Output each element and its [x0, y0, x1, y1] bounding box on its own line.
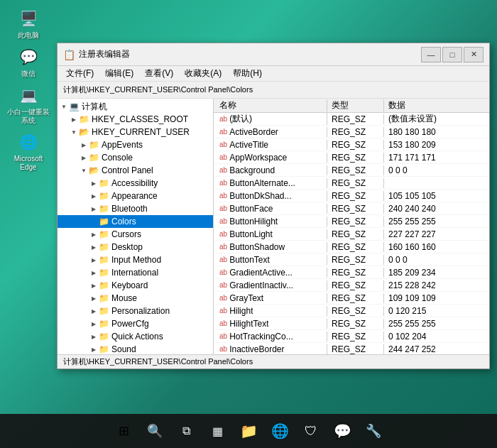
- taskbar-wechat[interactable]: 💬: [328, 417, 356, 445]
- expand-icon: ▶: [89, 255, 99, 265]
- tree-item-accessibility[interactable]: ▶ 📁 Accessibility: [58, 177, 213, 190]
- folder-icon: 📁: [99, 306, 109, 316]
- taskbar-security[interactable]: 🛡: [297, 417, 325, 445]
- reg-type: REG_SZ: [327, 344, 384, 354]
- tree-item-cursors[interactable]: ▶ 📁 Cursors: [58, 228, 213, 241]
- table-row[interactable]: ab AppWorkspace REG_SZ 171 171 171: [214, 151, 489, 164]
- desktop: 🖥️ 此电脑 💬 微信 💻 小白一键重装系统 🌐 Microsoft Edge …: [0, 0, 497, 448]
- reg-name: ActiveTitle: [229, 140, 268, 150]
- address-label: 计算机\HKEY_CURRENT_USER\Control Panel\Colo…: [63, 84, 253, 95]
- taskbar-taskview[interactable]: ⧉: [172, 417, 200, 445]
- taskbar-edge[interactable]: 🌐: [266, 417, 294, 445]
- tree-item-quickactions[interactable]: ▶ 📁 Quick Actions: [58, 330, 213, 343]
- tree-item-appevents[interactable]: ▶ 📁 AppEvents: [58, 138, 213, 151]
- table-row[interactable]: ab Hilight REG_SZ 0 120 215: [214, 305, 489, 317]
- table-row[interactable]: ab (默认) REG_SZ (数值未设置): [214, 113, 489, 126]
- table-row[interactable]: ab HilightText REG_SZ 255 255 255: [214, 317, 489, 330]
- reg-value-icon: ab: [219, 217, 227, 225]
- menu-help[interactable]: 帮助(H): [227, 66, 268, 81]
- reg-data: 227 227 227: [384, 229, 489, 239]
- reg-type: REG_SZ: [327, 229, 384, 239]
- folder-icon: 📁: [99, 191, 109, 201]
- taskbar: ⊞ 🔍 ⧉ ▦ 📁 🌐 🛡 💬 🔧: [0, 414, 497, 448]
- expand-icon: ▼: [69, 127, 79, 137]
- tree-item-controlpanel[interactable]: ▼ 📂 Control Panel: [58, 164, 213, 177]
- folder-icon: 📁: [99, 319, 109, 329]
- reg-name: ButtonHilight: [229, 217, 278, 226]
- tree-item-desktop[interactable]: ▶ 📁 Desktop: [58, 241, 213, 253]
- table-row[interactable]: ab ButtonText REG_SZ 0 0 0: [214, 253, 489, 266]
- table-row[interactable]: ab ButtonAlternate... REG_SZ: [214, 177, 489, 190]
- tree-item-hkcu[interactable]: ▼ 📂 HKEY_CURRENT_USER: [58, 126, 213, 138]
- table-row[interactable]: ab ButtonHilight REG_SZ 255 255 255: [214, 215, 489, 228]
- tree-item-mouse[interactable]: ▶ 📁 Mouse: [58, 292, 213, 305]
- expand-icon: ▼: [79, 165, 89, 175]
- table-row[interactable]: ab GradientInactiv... REG_SZ 215 228 242: [214, 279, 489, 292]
- menu-view[interactable]: 查看(V): [139, 66, 179, 81]
- reg-data: 244 247 252: [384, 344, 489, 354]
- expand-icon: ▶: [89, 306, 99, 316]
- tree-label-keyboard: Keyboard: [111, 280, 148, 290]
- tree-panel[interactable]: ▼ 💻 计算机 ▶ 📁 HKEY_CLASSES_ROOT ▼ 📂 HKEY_C…: [58, 99, 214, 354]
- folder-icon: 📁: [99, 242, 109, 252]
- table-row[interactable]: ab GradientActive... REG_SZ 185 209 234: [214, 266, 489, 279]
- reg-name: ButtonFace: [229, 204, 273, 214]
- table-row[interactable]: ab Background REG_SZ 0 0 0: [214, 164, 489, 177]
- maximize-button[interactable]: □: [442, 47, 462, 62]
- tree-item-powercfg[interactable]: ▶ 📁 PowerCfg: [58, 317, 213, 330]
- table-row[interactable]: ab ButtonLight REG_SZ 227 227 227: [214, 228, 489, 241]
- table-row[interactable]: ab ButtonShadow REG_SZ 160 160 160: [214, 241, 489, 253]
- tree-item-computer[interactable]: ▼ 💻 计算机: [58, 100, 213, 113]
- tree-item-colors[interactable]: 📁 Colors: [58, 215, 213, 228]
- taskbar-search[interactable]: 🔍: [141, 417, 169, 445]
- reg-data: 180 180 180: [384, 127, 489, 137]
- table-row[interactable]: ab ButtonFace REG_SZ 240 240 240: [214, 202, 489, 215]
- minimize-button[interactable]: —: [421, 47, 441, 62]
- taskbar-start[interactable]: ⊞: [109, 417, 138, 445]
- menu-bar: 文件(F) 编辑(E) 查看(V) 收藏夹(A) 帮助(H): [58, 66, 489, 82]
- tree-item-sound[interactable]: ▶ 📁 Sound: [58, 343, 213, 354]
- tree-item-personalization[interactable]: ▶ 📁 Personalization: [58, 305, 213, 317]
- reg-type: REG_SZ: [327, 178, 384, 188]
- table-row[interactable]: ab HotTrackingCo... REG_SZ 0 102 204: [214, 330, 489, 343]
- tree-item-inputmethod[interactable]: ▶ 📁 Input Method: [58, 253, 213, 266]
- taskbar-explorer[interactable]: 📁: [234, 417, 263, 445]
- table-row[interactable]: ab ActiveTitle REG_SZ 153 180 209: [214, 138, 489, 151]
- address-bar: 计算机\HKEY_CURRENT_USER\Control Panel\Colo…: [58, 82, 489, 99]
- tree-label-colors: Colors: [111, 217, 136, 226]
- reg-name: ButtonDkShad...: [229, 191, 291, 201]
- reg-value-icon: ab: [219, 166, 227, 174]
- desktop-icon-app[interactable]: 💻 小白一键重装系统: [7, 84, 50, 125]
- table-row[interactable]: ab ActiveBorder REG_SZ 180 180 180: [214, 126, 489, 138]
- tree-item-keyboard[interactable]: ▶ 📁 Keyboard: [58, 279, 213, 292]
- tree-item-hkcr[interactable]: ▶ 📁 HKEY_CLASSES_ROOT: [58, 113, 213, 126]
- taskbar-widgets[interactable]: ▦: [203, 417, 231, 445]
- reg-value-icon: ab: [219, 204, 227, 212]
- menu-edit[interactable]: 编辑(E): [99, 66, 139, 81]
- tree-item-bluetooth[interactable]: ▶ 📁 Bluetooth: [58, 202, 213, 215]
- desktop-icon-computer[interactable]: 🖥️ 此电脑: [7, 7, 50, 40]
- desktop-icon-edge[interactable]: 🌐 Microsoft Edge: [7, 131, 50, 172]
- reg-name: Hilight: [229, 306, 253, 316]
- desktop-icon-wechat[interactable]: 💬 微信: [7, 45, 50, 78]
- values-panel[interactable]: 名称 类型 数据 ab (默认) REG_SZ (数值未设置) ab Activ…: [214, 99, 489, 354]
- menu-favorites[interactable]: 收藏夹(A): [179, 66, 227, 81]
- menu-file[interactable]: 文件(F): [60, 66, 99, 81]
- table-row[interactable]: ab InactiveBorder REG_SZ 244 247 252: [214, 343, 489, 354]
- reg-value-icon: ab: [219, 319, 227, 327]
- reg-type: REG_SZ: [327, 306, 384, 316]
- taskbar-regedit[interactable]: 🔧: [359, 417, 388, 445]
- table-row[interactable]: ab ButtonDkShad... REG_SZ 105 105 105: [214, 190, 489, 202]
- reg-value-icon: ab: [219, 281, 227, 289]
- tree-item-appearance[interactable]: ▶ 📁 Appearance: [58, 190, 213, 202]
- reg-type: REG_SZ: [327, 242, 384, 252]
- reg-data: 171 171 171: [384, 153, 489, 163]
- reg-data: 109 109 109: [384, 293, 489, 303]
- table-row[interactable]: ab GrayText REG_SZ 109 109 109: [214, 292, 489, 305]
- tree-label-computer: 计算机: [82, 101, 107, 113]
- expand-icon: ▶: [69, 114, 79, 124]
- tree-item-international[interactable]: ▶ 📁 International: [58, 266, 213, 279]
- close-button[interactable]: ✕: [464, 47, 484, 62]
- tree-item-console[interactable]: ▶ 📁 Console: [58, 151, 213, 164]
- wechat-label: 微信: [21, 70, 36, 78]
